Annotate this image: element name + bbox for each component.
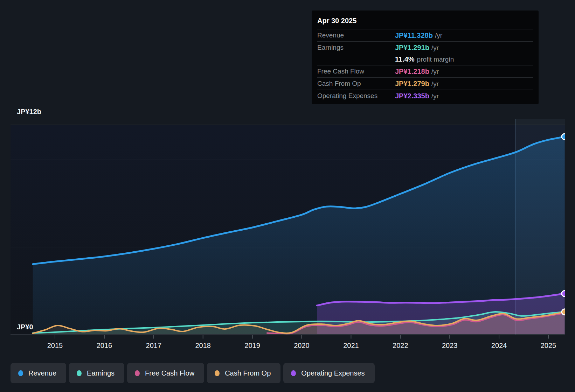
x-tick-label-2017: 2017 xyxy=(146,342,162,349)
tooltip-value: JP¥1.279b/yr xyxy=(395,80,439,88)
operating-expenses-dot-icon xyxy=(291,370,296,376)
chart-page: 2015201620172018201920202021202220232024… xyxy=(0,0,575,392)
legend-label: Free Cash Flow xyxy=(145,369,194,377)
legend-label: Operating Expenses xyxy=(301,369,365,377)
tooltip-value: JP¥1.291b/yr xyxy=(395,44,439,52)
x-tick-label-2025: 2025 xyxy=(541,342,556,349)
x-tick-label-2020: 2020 xyxy=(294,342,310,349)
x-tick-label-2018: 2018 xyxy=(195,342,211,349)
tooltip-block-revenue: Revenue JP¥11.328b/yr xyxy=(317,29,533,42)
chart-legend: Revenue Earnings Free Cash Flow Cash Fro… xyxy=(11,363,375,383)
tooltip-label: Cash From Op xyxy=(317,80,395,88)
x-tick-label-2024: 2024 xyxy=(491,342,507,349)
tooltip-label: Earnings xyxy=(317,44,395,51)
tooltip-label: Operating Expenses xyxy=(317,92,395,100)
cash-from-op-dot-icon xyxy=(215,370,220,376)
legend-item-earnings[interactable]: Earnings xyxy=(69,363,124,383)
tooltip-row-fcf: Free Cash Flow JP¥1.218b/yr xyxy=(317,65,533,77)
legend-label: Cash From Op xyxy=(225,369,271,377)
y-axis-top-label: JP¥12b xyxy=(17,108,41,115)
tooltip-block-fcf: Free Cash Flow JP¥1.218b/yr xyxy=(317,65,533,78)
tooltip: Apr 30 2025 Revenue JP¥11.328b/yr Earnin… xyxy=(312,10,539,104)
legend-item-operating-expenses[interactable]: Operating Expenses xyxy=(283,363,374,383)
operating-expenses-end-marker xyxy=(562,290,568,296)
tooltip-label: Free Cash Flow xyxy=(317,68,395,75)
legend-label: Earnings xyxy=(87,369,115,377)
free-cash-flow-dot-icon xyxy=(135,370,140,376)
x-tick-label-2019: 2019 xyxy=(244,342,260,349)
tooltip-row-earnings: Earnings JP¥1.291b/yr xyxy=(317,42,533,54)
tooltip-date: Apr 30 2025 xyxy=(317,14,533,29)
x-tick-label-2021: 2021 xyxy=(343,342,359,349)
tooltip-block-earnings: Earnings JP¥1.291b/yr 11.4% profit margi… xyxy=(317,42,533,65)
x-tick-label-2015: 2015 xyxy=(47,342,63,349)
tooltip-profit-margin: 11.4% profit margin xyxy=(317,54,533,65)
earnings-dot-icon xyxy=(77,370,82,376)
tooltip-value: JP¥1.218b/yr xyxy=(395,68,439,76)
x-tick-label-2016: 2016 xyxy=(97,342,112,349)
revenue-dot-icon xyxy=(18,370,23,376)
legend-item-free-cash-flow[interactable]: Free Cash Flow xyxy=(127,363,204,383)
revenue-end-marker xyxy=(562,134,568,140)
profit-margin-text: profit margin xyxy=(417,56,454,63)
legend-item-revenue[interactable]: Revenue xyxy=(11,363,66,383)
x-tick-label-2022: 2022 xyxy=(393,342,408,349)
tooltip-value: JP¥11.328b/yr xyxy=(395,31,442,40)
legend-item-cash-from-op[interactable]: Cash From Op xyxy=(207,363,280,383)
cash-from-op-end-marker xyxy=(562,309,568,315)
profit-margin-value: 11.4% xyxy=(395,55,415,63)
tooltip-row-opex: Operating Expenses JP¥2.335b/yr xyxy=(317,90,533,102)
tooltip-label: Revenue xyxy=(317,31,395,39)
tooltip-block-cashop: Cash From Op JP¥1.279b/yr xyxy=(317,78,533,90)
tooltip-row-cashop: Cash From Op JP¥1.279b/yr xyxy=(317,78,533,90)
tooltip-block-opex: Operating Expenses JP¥2.335b/yr xyxy=(317,90,533,102)
legend-label: Revenue xyxy=(28,369,56,377)
y-axis-zero-label: JP¥0 xyxy=(17,323,33,331)
x-tick-label-2023: 2023 xyxy=(442,342,458,349)
tooltip-row-revenue: Revenue JP¥11.328b/yr xyxy=(317,29,533,41)
tooltip-value: JP¥2.335b/yr xyxy=(395,92,439,100)
